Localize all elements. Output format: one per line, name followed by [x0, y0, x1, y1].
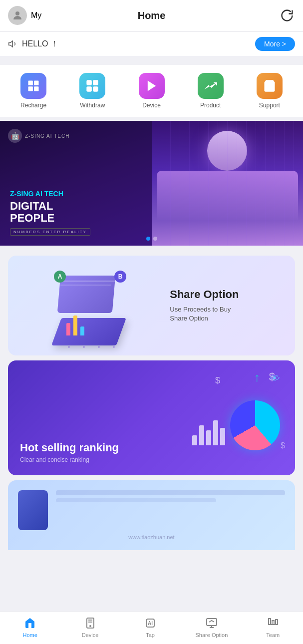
more-button[interactable]: More > [255, 37, 295, 51]
partial-card[interactable]: www.tiaozhuan.net [8, 480, 295, 550]
bottom-nav: Home Device AI Tap [0, 612, 303, 644]
product-icon [198, 73, 224, 99]
svg-point-13 [90, 626, 91, 627]
support-label: Support [259, 102, 280, 109]
svg-text:AI: AI [148, 621, 153, 626]
banner-dots [146, 237, 157, 241]
share-option-illustration: A B [18, 266, 165, 345]
banner-heading: Z-SING AI TECH [10, 190, 142, 198]
tab-team-label: Team [266, 632, 280, 638]
nav-item-recharge[interactable]: Recharge [20, 73, 46, 109]
recharge-icon [20, 73, 46, 99]
share-option-title: Share Option [170, 288, 285, 301]
recharge-label: Recharge [20, 102, 46, 109]
device-label: Device [142, 102, 161, 109]
share-option-card[interactable]: A B Share Option Use Proceeds to BuyShar… [8, 256, 295, 355]
arrow-up-icon: ↑ [254, 370, 260, 384]
header-left: My [8, 6, 41, 25]
banner-left: 🤖 Z-SING AI TECH Z-SING AI TECH DIGITALP… [0, 121, 152, 246]
svg-rect-4 [28, 86, 33, 91]
tab-home[interactable]: Home [15, 616, 45, 638]
hot-selling-banner[interactable]: Hot selling ranking Clear and concise ra… [8, 360, 295, 475]
home-icon [23, 616, 37, 630]
support-icon [257, 73, 283, 99]
volume-icon [8, 39, 18, 49]
svg-rect-22 [272, 621, 274, 625]
svg-rect-3 [34, 81, 38, 85]
dollar-sign-1: $ [215, 375, 220, 386]
dot-1 [153, 237, 157, 241]
user-label: My [31, 11, 41, 20]
nav-item-support[interactable]: Support [257, 73, 283, 109]
withdraw-label: Withdraw [80, 102, 105, 109]
hello-bar: HELLO ！ More > [0, 32, 303, 56]
eye-icon: 👁 [270, 373, 280, 384]
hot-selling-text: Hot selling ranking Clear and concise ra… [20, 441, 119, 463]
bar-1 [192, 435, 197, 445]
tab-tap-label: Tap [146, 632, 155, 638]
avatar[interactable] [8, 6, 27, 25]
watermark: www.tiaozhuan.net [128, 534, 174, 540]
tab-team[interactable]: Team [258, 616, 288, 638]
quick-nav: Recharge Withdraw Device [0, 65, 303, 117]
svg-rect-18 [207, 619, 217, 626]
svg-rect-23 [276, 620, 278, 625]
team-icon [266, 616, 280, 630]
tab-share-option-label: Share Option [195, 632, 228, 638]
svg-marker-1 [9, 41, 13, 47]
bar-2 [199, 425, 204, 445]
withdraw-icon [79, 73, 105, 99]
share-option-tab-icon [205, 616, 219, 630]
svg-rect-21 [269, 619, 271, 625]
banner-logo: 🤖 Z-SING AI TECH [8, 129, 69, 143]
tab-tap[interactable]: AI Tap [135, 616, 165, 638]
greeting-text: HELLO ！ [22, 39, 58, 49]
hot-selling-title: Hot selling ranking [20, 441, 119, 454]
pin-b: B [114, 271, 126, 283]
device-icon [139, 73, 165, 99]
nav-item-product[interactable]: Product [198, 73, 224, 109]
share-option-text: Share Option Use Proceeds to BuyShare Op… [165, 288, 285, 323]
logo-text: Z-SING AI TECH [25, 133, 69, 139]
refresh-icon[interactable] [279, 7, 295, 23]
bar-4 [213, 420, 218, 445]
pie-chart [230, 400, 280, 450]
svg-rect-6 [87, 80, 92, 85]
tab-device[interactable]: Device [75, 616, 105, 638]
tab-share-option[interactable]: Share Option [195, 616, 228, 638]
pin-a: A [54, 271, 66, 283]
dot-0 [146, 237, 150, 241]
svg-point-0 [15, 11, 19, 15]
svg-rect-2 [28, 81, 33, 85]
tab-home-label: Home [23, 632, 37, 638]
share-option-subtitle: Use Proceeds to BuyShare Option [170, 305, 285, 323]
tap-icon: AI [143, 616, 157, 630]
hot-selling-visual: $ $ $ 👁 ↑ [185, 370, 285, 460]
app-header: My Home [0, 0, 303, 31]
svg-marker-10 [147, 81, 155, 91]
bar-5 [220, 428, 225, 445]
svg-rect-7 [93, 80, 98, 85]
nav-item-device[interactable]: Device [139, 73, 165, 109]
bar-3 [206, 430, 211, 445]
tab-device-label: Device [82, 632, 99, 638]
hello-left: HELLO ！ [8, 39, 58, 49]
nav-item-withdraw[interactable]: Withdraw [79, 73, 105, 109]
banner-subheading: DIGITALPEOPLE [10, 200, 142, 224]
product-label: Product [200, 102, 221, 109]
logo-icon: 🤖 [8, 129, 22, 143]
dollar-sign-3: $ [281, 441, 285, 450]
hero-banner[interactable]: 🤖 Z-SING AI TECH Z-SING AI TECH DIGITALP… [0, 121, 303, 246]
device-tab-icon [83, 616, 97, 630]
banner-tagline: NUMBERS ENTER REALITY [10, 228, 90, 236]
svg-rect-8 [87, 86, 92, 92]
svg-rect-9 [93, 86, 98, 92]
bar-chart [192, 420, 225, 445]
banner-right [152, 121, 303, 246]
hot-selling-subtitle: Clear and concise ranking [20, 456, 119, 463]
page-title: Home [138, 10, 166, 21]
svg-rect-5 [34, 86, 38, 91]
